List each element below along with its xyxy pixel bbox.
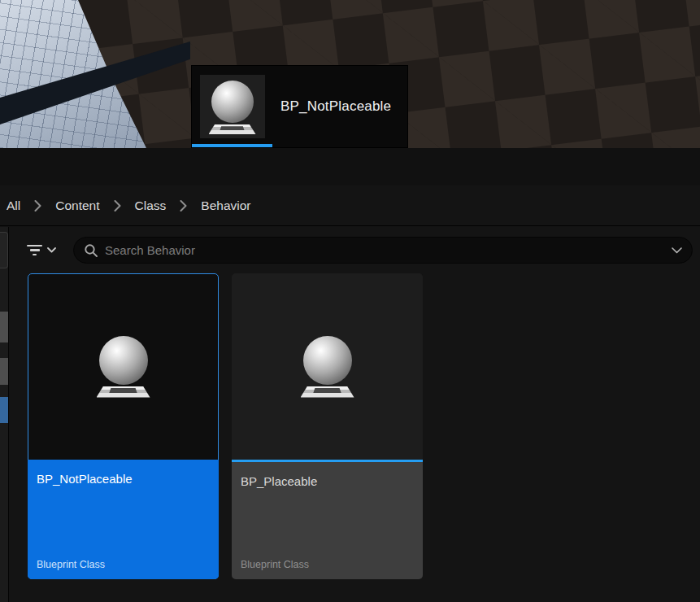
viewport[interactable]: BP_NotPlaceable	[0, 0, 700, 148]
sources-panel-item[interactable]	[0, 232, 8, 268]
sources-panel-sliver	[0, 227, 9, 602]
drag-preview: BP_NotPlaceable	[191, 65, 408, 148]
sphere-on-stand-icon	[301, 336, 354, 398]
asset-name: BP_NotPlaceable	[37, 472, 210, 486]
search-input[interactable]	[105, 243, 672, 257]
breadcrumb-item-class[interactable]: Class	[135, 198, 167, 213]
search-options-chevron-down-icon[interactable]	[672, 247, 682, 254]
sphere-pedestal	[301, 386, 354, 398]
sphere-shape	[99, 336, 148, 385]
filter-button[interactable]	[10, 237, 73, 264]
asset-grid: BP_NotPlaceable Blueprint Class BP_Place…	[28, 273, 423, 579]
sphere-shape	[211, 81, 254, 123]
asset-tile-bp-placeable[interactable]: BP_Placeable Blueprint Class	[232, 273, 423, 579]
sources-panel-item[interactable]	[0, 312, 8, 342]
magnifier-icon	[84, 243, 98, 258]
asset-type-label: Blueprint Class	[241, 559, 309, 570]
sources-panel-item[interactable]	[0, 358, 8, 385]
breadcrumb-item-content[interactable]: Content	[55, 198, 99, 213]
content-browser-body: BP_NotPlaceable Blueprint Class BP_Place…	[0, 227, 700, 602]
thumbnail-background	[200, 75, 265, 138]
sphere-pedestal	[97, 386, 150, 398]
asset-footer: BP_NotPlaceable Blueprint Class	[28, 460, 219, 579]
breadcrumb: All Content Class Behavior	[0, 185, 700, 226]
asset-tile-bp-notplaceable[interactable]: BP_NotPlaceable Blueprint Class	[28, 273, 219, 579]
chevron-right-icon	[180, 200, 187, 212]
asset-type-label: Blueprint Class	[37, 559, 105, 570]
funnel-icon	[27, 245, 42, 256]
sphere-pedestal	[209, 124, 256, 134]
sphere-on-stand-icon	[97, 336, 150, 398]
content-browser-header-bar	[0, 148, 700, 185]
breadcrumb-item-behavior[interactable]: Behavior	[201, 198, 250, 213]
sphere-on-stand-icon	[209, 81, 256, 134]
drag-preview-label: BP_NotPlaceable	[272, 66, 407, 147]
blueprint-accent-line	[192, 144, 272, 147]
chevron-right-icon	[114, 200, 121, 212]
asset-thumbnail	[232, 273, 423, 460]
chevron-right-icon	[34, 200, 41, 212]
sphere-shape	[303, 336, 352, 385]
chevron-down-icon	[47, 247, 56, 253]
breadcrumb-item-all[interactable]: All	[7, 198, 20, 213]
asset-name: BP_Placeable	[241, 474, 414, 488]
asset-footer: BP_Placeable Blueprint Class	[232, 462, 423, 579]
browser-toolbar	[10, 237, 693, 264]
sources-panel-item-selected[interactable]	[0, 397, 8, 423]
asset-thumbnail	[28, 273, 219, 460]
drag-preview-thumbnail	[192, 66, 272, 147]
search-box[interactable]	[73, 237, 693, 264]
